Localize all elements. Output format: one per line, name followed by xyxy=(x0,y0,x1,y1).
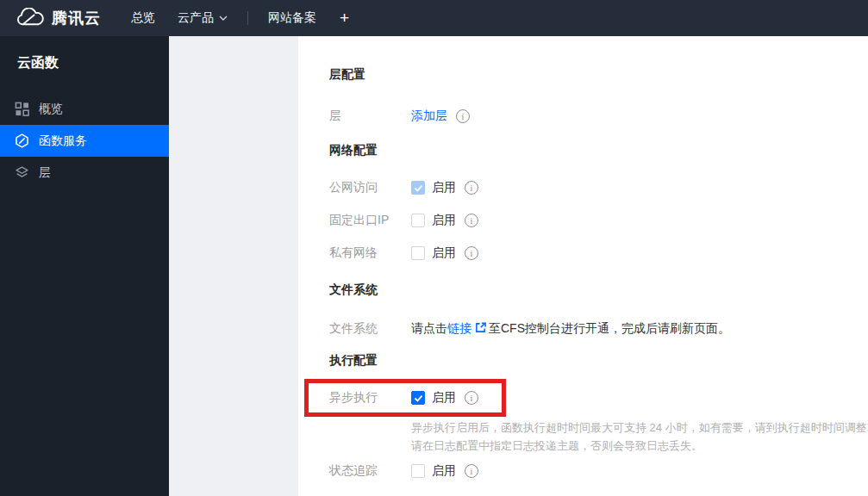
add-tab-button[interactable]: + xyxy=(328,9,361,28)
layer-row: 层 添加层 i xyxy=(329,108,868,125)
add-layer-link[interactable]: 添加层 xyxy=(411,108,447,124)
public-access-checkbox[interactable] xyxy=(411,181,425,195)
layers-icon xyxy=(15,165,29,180)
tencent-cloud-logo[interactable]: 腾讯云 xyxy=(0,8,101,28)
vpc-checkbox[interactable] xyxy=(411,246,425,260)
info-icon[interactable]: i xyxy=(465,214,478,227)
topbar: 腾讯云 总览 云产品 网站备案 + xyxy=(0,0,868,36)
brand-name: 腾讯云 xyxy=(52,8,101,28)
fixed-ip-row: 固定出口IP 启用 i xyxy=(329,212,868,229)
nav-icp-beian[interactable]: 网站备案 xyxy=(257,10,328,26)
section-title-layer-config: 层配置 xyxy=(329,67,868,81)
secondary-panel-strip xyxy=(169,36,298,496)
sidebar-item-label: 概览 xyxy=(39,102,63,117)
layer-label: 层 xyxy=(329,108,411,124)
sidebar-item-label: 层 xyxy=(39,165,51,181)
status-trace-row: 状态追踪 启用 i xyxy=(329,462,868,480)
cfs-console-link[interactable]: 链接 xyxy=(447,321,471,335)
sidebar-title: 云函数 xyxy=(0,36,169,72)
vpc-row: 私有网络 启用 i xyxy=(329,245,868,262)
section-title-filesystem: 文件系统 xyxy=(329,282,868,296)
sidebar-item-function-service[interactable]: 函数服务 xyxy=(0,125,169,157)
async-execution-row-wrapper: 异步执行 启用 i xyxy=(329,389,868,406)
section-title-execution-config: 执行配置 xyxy=(329,353,868,367)
nav-cloud-products[interactable]: 云产品 xyxy=(166,10,239,26)
async-execution-help-text: 异步执行启用后，函数执行超时时间最大可支持 24 小时，如有需要，请到执行超时时… xyxy=(411,418,868,455)
info-icon[interactable]: i xyxy=(465,246,478,260)
info-icon[interactable]: i xyxy=(465,464,478,478)
info-icon[interactable]: i xyxy=(465,181,478,195)
info-icon[interactable]: i xyxy=(465,391,478,405)
external-link-icon[interactable] xyxy=(475,322,486,333)
fixed-ip-checkbox[interactable] xyxy=(411,214,425,227)
nav-overview[interactable]: 总览 xyxy=(120,10,166,26)
filesystem-row: 文件系统 请点击链接 至CFS控制台进行开通，完成后请刷新页面。 xyxy=(329,320,868,338)
function-config-panel: 层配置 层 添加层 i 网络配置 公网访问 启用 i 固定出口IP xyxy=(298,36,868,496)
sidebar-item-overview[interactable]: 概览 xyxy=(0,93,169,125)
public-access-row: 公网访问 启用 i xyxy=(329,179,868,196)
sidebar: 云函数 概览 xyxy=(0,36,169,496)
async-execution-row: 异步执行 启用 i xyxy=(329,389,868,406)
topbar-nav: 总览 云产品 网站备案 + xyxy=(120,9,361,28)
status-trace-checkbox[interactable] xyxy=(411,464,425,478)
async-execution-checkbox[interactable] xyxy=(411,391,425,405)
chevron-down-icon xyxy=(219,16,228,21)
function-hexagon-icon xyxy=(15,133,29,148)
grid-icon xyxy=(15,102,29,116)
cloud-logo-icon xyxy=(15,8,44,28)
nav-divider xyxy=(247,11,248,25)
sidebar-nav: 概览 函数服务 层 xyxy=(0,93,169,189)
info-icon[interactable]: i xyxy=(456,109,470,123)
sidebar-item-layers[interactable]: 层 xyxy=(0,157,169,189)
section-title-network-config: 网络配置 xyxy=(329,143,868,157)
sidebar-item-label: 函数服务 xyxy=(39,133,87,149)
